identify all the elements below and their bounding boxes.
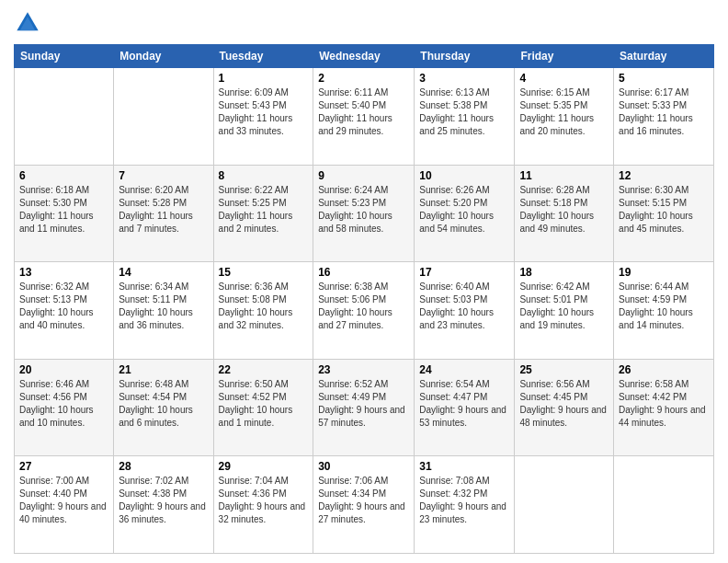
calendar-cell: 2Sunrise: 6:11 AMSunset: 5:40 PMDaylight… xyxy=(313,68,415,166)
calendar-cell: 26Sunrise: 6:58 AMSunset: 4:42 PMDayligh… xyxy=(614,359,714,456)
day-number: 1 xyxy=(219,72,309,85)
calendar-cell: 8Sunrise: 6:22 AMSunset: 5:25 PMDaylight… xyxy=(213,165,313,262)
day-number: 7 xyxy=(119,169,208,182)
day-of-week-header: Sunday xyxy=(15,45,114,68)
day-number: 22 xyxy=(219,363,309,376)
day-number: 26 xyxy=(619,363,709,376)
calendar-cell: 12Sunrise: 6:30 AMSunset: 5:15 PMDayligh… xyxy=(614,165,714,262)
day-info: Sunrise: 6:17 AMSunset: 5:33 PMDaylight:… xyxy=(619,86,709,138)
day-info: Sunrise: 6:40 AMSunset: 5:03 PMDaylight:… xyxy=(419,281,509,332)
day-number: 12 xyxy=(619,169,709,182)
logo-icon xyxy=(14,9,41,37)
calendar-cell: 27Sunrise: 7:00 AMSunset: 4:40 PMDayligh… xyxy=(15,456,114,554)
day-number: 21 xyxy=(119,363,208,376)
day-of-week-header: Tuesday xyxy=(213,45,313,68)
day-info: Sunrise: 6:56 AMSunset: 4:45 PMDaylight:… xyxy=(519,378,609,430)
day-number: 29 xyxy=(219,460,309,473)
day-number: 2 xyxy=(318,72,409,85)
day-info: Sunrise: 6:22 AMSunset: 5:25 PMDaylight:… xyxy=(219,184,309,236)
day-number: 5 xyxy=(619,72,709,85)
day-number: 31 xyxy=(419,460,509,473)
calendar-cell: 15Sunrise: 6:36 AMSunset: 5:08 PMDayligh… xyxy=(213,262,313,360)
calendar-cell: 31Sunrise: 7:08 AMSunset: 4:32 PMDayligh… xyxy=(415,456,515,554)
day-info: Sunrise: 6:50 AMSunset: 4:52 PMDaylight:… xyxy=(219,378,309,430)
calendar-cell: 3Sunrise: 6:13 AMSunset: 5:38 PMDaylight… xyxy=(415,68,515,166)
day-of-week-header: Monday xyxy=(114,45,213,68)
calendar-table: SundayMondayTuesdayWednesdayThursdayFrid… xyxy=(14,44,714,554)
calendar-cell: 10Sunrise: 6:26 AMSunset: 5:20 PMDayligh… xyxy=(415,165,515,262)
calendar-cell: 22Sunrise: 6:50 AMSunset: 4:52 PMDayligh… xyxy=(213,359,313,456)
day-info: Sunrise: 6:58 AMSunset: 4:42 PMDaylight:… xyxy=(619,378,709,430)
calendar-cell: 11Sunrise: 6:28 AMSunset: 5:18 PMDayligh… xyxy=(515,165,614,262)
day-info: Sunrise: 6:26 AMSunset: 5:20 PMDaylight:… xyxy=(419,184,509,236)
day-info: Sunrise: 6:46 AMSunset: 4:56 PMDaylight:… xyxy=(19,378,108,430)
day-info: Sunrise: 6:54 AMSunset: 4:47 PMDaylight:… xyxy=(419,378,509,430)
calendar-week-row: 1Sunrise: 6:09 AMSunset: 5:43 PMDaylight… xyxy=(15,68,714,166)
page: SundayMondayTuesdayWednesdayThursdayFrid… xyxy=(0,0,728,563)
day-number: 24 xyxy=(419,363,509,376)
day-number: 6 xyxy=(19,169,108,182)
day-info: Sunrise: 6:18 AMSunset: 5:30 PMDaylight:… xyxy=(19,184,108,236)
day-number: 9 xyxy=(318,169,409,182)
day-number: 3 xyxy=(419,72,509,85)
day-number: 16 xyxy=(318,266,409,279)
calendar-cell: 9Sunrise: 6:24 AMSunset: 5:23 PMDaylight… xyxy=(313,165,415,262)
day-info: Sunrise: 6:52 AMSunset: 4:49 PMDaylight:… xyxy=(318,378,409,430)
day-number: 17 xyxy=(419,266,509,279)
calendar-week-row: 20Sunrise: 6:46 AMSunset: 4:56 PMDayligh… xyxy=(15,359,714,456)
day-number: 13 xyxy=(19,266,108,279)
calendar-cell: 5Sunrise: 6:17 AMSunset: 5:33 PMDaylight… xyxy=(614,68,714,166)
logo xyxy=(14,9,45,37)
day-number: 27 xyxy=(19,460,108,473)
calendar-cell: 24Sunrise: 6:54 AMSunset: 4:47 PMDayligh… xyxy=(415,359,515,456)
calendar-cell: 29Sunrise: 7:04 AMSunset: 4:36 PMDayligh… xyxy=(213,456,313,554)
day-of-week-header: Wednesday xyxy=(313,45,415,68)
day-number: 20 xyxy=(19,363,108,376)
day-info: Sunrise: 6:30 AMSunset: 5:15 PMDaylight:… xyxy=(619,184,709,236)
day-of-week-header: Friday xyxy=(515,45,614,68)
day-of-week-header: Thursday xyxy=(415,45,515,68)
calendar-cell: 17Sunrise: 6:40 AMSunset: 5:03 PMDayligh… xyxy=(415,262,515,360)
calendar-cell: 13Sunrise: 6:32 AMSunset: 5:13 PMDayligh… xyxy=(15,262,114,360)
calendar-cell xyxy=(614,456,714,554)
day-info: Sunrise: 6:28 AMSunset: 5:18 PMDaylight:… xyxy=(519,184,609,236)
day-info: Sunrise: 6:20 AMSunset: 5:28 PMDaylight:… xyxy=(119,184,208,236)
calendar-cell: 6Sunrise: 6:18 AMSunset: 5:30 PMDaylight… xyxy=(15,165,114,262)
day-number: 23 xyxy=(318,363,409,376)
day-info: Sunrise: 7:00 AMSunset: 4:40 PMDaylight:… xyxy=(19,475,108,526)
calendar-week-row: 27Sunrise: 7:00 AMSunset: 4:40 PMDayligh… xyxy=(15,456,714,554)
day-of-week-header: Saturday xyxy=(614,45,714,68)
day-info: Sunrise: 6:24 AMSunset: 5:23 PMDaylight:… xyxy=(318,184,409,236)
day-info: Sunrise: 6:42 AMSunset: 5:01 PMDaylight:… xyxy=(519,281,609,332)
calendar-cell xyxy=(114,68,213,166)
day-info: Sunrise: 6:36 AMSunset: 5:08 PMDaylight:… xyxy=(219,281,309,332)
day-number: 30 xyxy=(318,460,409,473)
calendar-cell xyxy=(15,68,114,166)
calendar-cell: 1Sunrise: 6:09 AMSunset: 5:43 PMDaylight… xyxy=(213,68,313,166)
calendar-cell: 28Sunrise: 7:02 AMSunset: 4:38 PMDayligh… xyxy=(114,456,213,554)
day-info: Sunrise: 6:15 AMSunset: 5:35 PMDaylight:… xyxy=(519,86,609,138)
day-number: 4 xyxy=(519,72,609,85)
day-info: Sunrise: 6:34 AMSunset: 5:11 PMDaylight:… xyxy=(119,281,208,332)
day-info: Sunrise: 6:11 AMSunset: 5:40 PMDaylight:… xyxy=(318,86,409,138)
day-info: Sunrise: 7:08 AMSunset: 4:32 PMDaylight:… xyxy=(419,475,509,526)
calendar-week-row: 6Sunrise: 6:18 AMSunset: 5:30 PMDaylight… xyxy=(15,165,714,262)
day-info: Sunrise: 6:48 AMSunset: 4:54 PMDaylight:… xyxy=(119,378,208,430)
calendar-cell: 16Sunrise: 6:38 AMSunset: 5:06 PMDayligh… xyxy=(313,262,415,360)
day-number: 8 xyxy=(219,169,309,182)
day-info: Sunrise: 7:02 AMSunset: 4:38 PMDaylight:… xyxy=(119,475,208,526)
day-number: 15 xyxy=(219,266,309,279)
calendar-cell: 30Sunrise: 7:06 AMSunset: 4:34 PMDayligh… xyxy=(313,456,415,554)
day-number: 14 xyxy=(119,266,208,279)
day-info: Sunrise: 6:32 AMSunset: 5:13 PMDaylight:… xyxy=(19,281,108,332)
calendar-cell: 14Sunrise: 6:34 AMSunset: 5:11 PMDayligh… xyxy=(114,262,213,360)
day-number: 25 xyxy=(519,363,609,376)
calendar-cell: 19Sunrise: 6:44 AMSunset: 4:59 PMDayligh… xyxy=(614,262,714,360)
day-number: 11 xyxy=(519,169,609,182)
day-info: Sunrise: 6:38 AMSunset: 5:06 PMDaylight:… xyxy=(318,281,409,332)
calendar-cell: 23Sunrise: 6:52 AMSunset: 4:49 PMDayligh… xyxy=(313,359,415,456)
calendar-cell: 7Sunrise: 6:20 AMSunset: 5:28 PMDaylight… xyxy=(114,165,213,262)
day-info: Sunrise: 6:09 AMSunset: 5:43 PMDaylight:… xyxy=(219,86,309,138)
header xyxy=(14,9,714,37)
calendar-cell: 18Sunrise: 6:42 AMSunset: 5:01 PMDayligh… xyxy=(515,262,614,360)
